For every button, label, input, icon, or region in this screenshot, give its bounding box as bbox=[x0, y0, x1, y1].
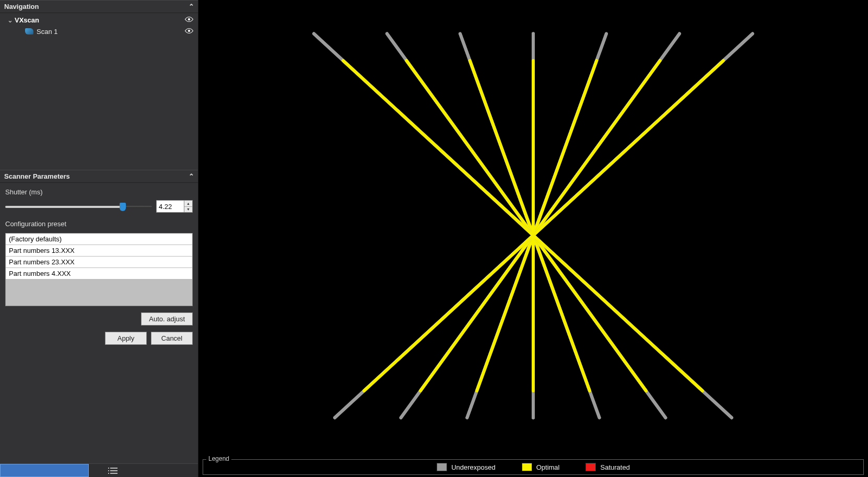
legend: Legend Underexposed Optimal Saturated bbox=[203, 459, 864, 475]
svg-line-33 bbox=[364, 61, 723, 391]
spinner-down-icon[interactable]: ▼ bbox=[184, 207, 192, 213]
navigation-empty-area bbox=[0, 39, 198, 170]
legend-item-optimal: Optimal bbox=[522, 463, 560, 471]
preset-item[interactable]: Part numbers 23.XXX bbox=[6, 257, 192, 268]
slider-thumb[interactable] bbox=[120, 203, 126, 211]
svg-line-31 bbox=[406, 61, 646, 391]
svg-point-1 bbox=[188, 30, 191, 32]
auto-adjust-button[interactable]: Auto. adjust bbox=[141, 312, 193, 325]
preset-item[interactable]: Part numbers 4.XXX bbox=[6, 268, 192, 280]
navigation-title: Navigation bbox=[4, 3, 39, 10]
sidebar: Navigation ⌃ ⌄ VXscan Scan 1 Scanner Par… bbox=[0, 0, 198, 477]
preset-item[interactable]: (Factory defaults) bbox=[6, 234, 192, 245]
bottom-toolstrip bbox=[0, 463, 198, 477]
swatch-saturated bbox=[585, 463, 596, 471]
scanner-params-header[interactable]: Scanner Parameters ⌃ bbox=[0, 170, 198, 183]
list-view-icon[interactable] bbox=[92, 464, 134, 477]
shutter-input[interactable] bbox=[157, 201, 184, 212]
preset-item[interactable]: Part numbers 13.XXX bbox=[6, 245, 192, 257]
shutter-slider[interactable] bbox=[5, 202, 152, 211]
scan-canvas[interactable] bbox=[198, 0, 868, 459]
preset-label: Configuration preset bbox=[5, 220, 193, 228]
svg-rect-6 bbox=[108, 473, 109, 474]
collapse-icon[interactable]: ⌃ bbox=[189, 3, 194, 10]
svg-rect-7 bbox=[110, 473, 118, 474]
apply-button[interactable]: Apply bbox=[105, 332, 147, 345]
viewport: Legend Underexposed Optimal Saturated bbox=[198, 0, 868, 477]
tree-item-label: Scan 1 bbox=[37, 28, 182, 36]
shutter-label: Shutter (ms) bbox=[5, 188, 193, 196]
svg-line-27 bbox=[470, 61, 590, 391]
legend-label: Optimal bbox=[536, 463, 560, 471]
svg-point-0 bbox=[188, 18, 191, 21]
svg-rect-3 bbox=[110, 468, 118, 469]
visibility-icon[interactable] bbox=[184, 28, 194, 35]
legend-item-underexposed: Underexposed bbox=[437, 463, 496, 471]
preset-list[interactable]: (Factory defaults) Part numbers 13.XXX P… bbox=[5, 233, 193, 306]
collapse-icon[interactable]: ⌃ bbox=[189, 172, 194, 180]
shutter-spinner[interactable]: ▲ ▼ bbox=[156, 200, 193, 213]
navigation-panel-header[interactable]: Navigation ⌃ bbox=[0, 0, 198, 13]
svg-line-29 bbox=[420, 61, 660, 391]
scanner-params-title: Scanner Parameters bbox=[4, 172, 70, 180]
swatch-optimal bbox=[522, 463, 532, 471]
scan-icon bbox=[25, 28, 33, 34]
legend-label: Underexposed bbox=[451, 463, 496, 471]
legend-title: Legend bbox=[206, 455, 231, 462]
tree-root-row[interactable]: ⌄ VXscan bbox=[0, 14, 198, 26]
bottom-active-tab[interactable] bbox=[0, 464, 89, 477]
svg-rect-5 bbox=[110, 470, 118, 471]
spinner-up-icon[interactable]: ▲ bbox=[184, 201, 192, 207]
svg-rect-4 bbox=[108, 470, 109, 471]
svg-line-25 bbox=[477, 61, 596, 391]
cancel-button[interactable]: Cancel bbox=[151, 332, 193, 345]
legend-item-saturated: Saturated bbox=[585, 463, 629, 471]
navigation-tree: ⌄ VXscan Scan 1 bbox=[0, 13, 198, 39]
legend-label: Saturated bbox=[600, 463, 629, 471]
tree-root-label: VXscan bbox=[15, 16, 182, 24]
visibility-icon[interactable] bbox=[184, 16, 194, 24]
svg-line-35 bbox=[343, 61, 702, 391]
svg-rect-2 bbox=[108, 468, 109, 469]
tree-item-row[interactable]: Scan 1 bbox=[0, 26, 198, 37]
scanner-params-body: Shutter (ms) ▲ ▼ Configuration preset bbox=[0, 183, 198, 351]
chevron-down-icon[interactable]: ⌄ bbox=[7, 16, 13, 24]
swatch-underexposed bbox=[437, 463, 447, 471]
